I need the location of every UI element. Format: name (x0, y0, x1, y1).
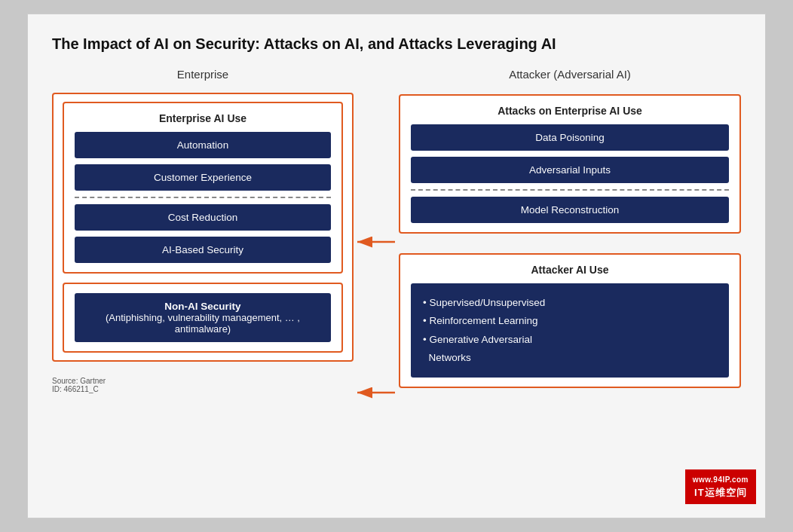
enterprise-ai-use-title: Enterprise AI Use (75, 112, 331, 124)
arrow-column (354, 68, 399, 494)
enterprise-ai-use-box: Enterprise AI Use Automation Customer Ex… (63, 102, 343, 274)
attacker-ai-item-3: • Generative Adversarial (423, 331, 717, 349)
attacker-ai-use-box: Attacker AI Use • Supervised/Unsupervise… (399, 253, 741, 388)
attack-item-adversarial-inputs: Adversarial Inputs (411, 157, 729, 183)
attack-item-model-reconstruction: Model Reconstruction (411, 197, 729, 223)
enterprise-ai-item-cost-reduction: Cost Reduction (75, 204, 331, 231)
enterprise-ai-item-automation: Automation (75, 132, 331, 158)
watermark-url: www.94IP.com (693, 474, 749, 485)
attacker-ai-item-2: • Reinforcement Learning (423, 312, 717, 330)
non-ai-security-content: Non-AI Security (Antiphishing, vulnerabi… (75, 293, 331, 342)
enterprise-outer-box: Enterprise AI Use Automation Customer Ex… (52, 93, 354, 362)
non-ai-security-body: (Antiphishing, vulnerability management,… (106, 312, 300, 335)
enterprise-ai-item-ai-based-security: AI-Based Security (75, 237, 331, 263)
main-title: The Impact of AI on Security: Attacks on… (52, 35, 741, 53)
attack-item-data-poisoning: Data Poisoning (411, 124, 729, 151)
arrows-svg (354, 95, 399, 494)
watermark-brand: IT运维空间 (693, 485, 749, 500)
non-ai-security-box: Non-AI Security (Antiphishing, vulnerabi… (63, 283, 343, 353)
attacker-ai-use-title: Attacker AI Use (411, 264, 729, 276)
attacker-ai-items: • Supervised/Unsupervised • Reinforcemen… (411, 283, 729, 378)
non-ai-security-title: Non-AI Security (164, 301, 240, 312)
source-line1: Source: Gartner (52, 377, 354, 385)
diagram-layout: Enterprise Enterprise AI Use Automation … (52, 68, 741, 503)
attacker-label: Attacker (Adversarial AI) (399, 68, 741, 81)
attacks-on-enterprise-title: Attacks on Enterprise AI Use (411, 105, 729, 117)
dashed-divider (75, 197, 331, 198)
right-dashed-divider (411, 189, 729, 191)
attacks-on-enterprise-box: Attacks on Enterprise AI Use Data Poison… (399, 94, 741, 234)
source-info: Source: Gartner ID: 466211_C (52, 377, 354, 393)
enterprise-column: Enterprise Enterprise AI Use Automation … (52, 68, 354, 393)
attacker-ai-item-3b: Networks (423, 349, 717, 367)
source-line2: ID: 466211_C (52, 385, 354, 393)
slide-container: The Impact of AI on Security: Attacks on… (27, 14, 766, 518)
enterprise-label: Enterprise (52, 68, 354, 81)
enterprise-ai-item-customer-experience: Customer Experience (75, 164, 331, 191)
attacker-ai-item-1: • Supervised/Unsupervised (423, 294, 717, 312)
watermark: www.94IP.com IT运维空间 (685, 469, 756, 505)
attacker-column: Attacker (Adversarial AI) Attacks on Ent… (399, 68, 741, 388)
